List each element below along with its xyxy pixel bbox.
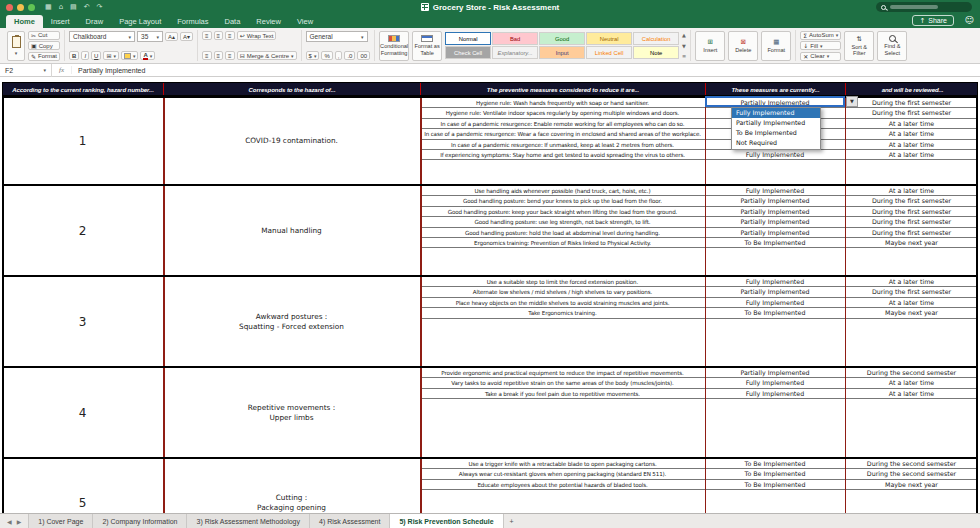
align-bottom-button[interactable]: ≡: [225, 31, 235, 40]
share-button[interactable]: ↑ Share: [912, 15, 954, 26]
measure-cell[interactable]: Take a break if you feel pain due to rep…: [420, 389, 705, 398]
find-select-button[interactable]: Find & Select: [877, 31, 907, 61]
status-cell[interactable]: Fully Implemented: [705, 378, 845, 387]
ribbon-tab-formulas[interactable]: Formulas: [169, 15, 216, 28]
font-color-button[interactable]: A▾: [140, 51, 155, 60]
measure-cell[interactable]: Vary tasks to avoid repetitive strain on…: [420, 378, 705, 387]
review-cell[interactable]: At a later time: [845, 129, 978, 138]
status-cell[interactable]: Fully Implemented: [705, 298, 845, 307]
ribbon-tab-home[interactable]: Home: [6, 15, 43, 28]
comma-format-button[interactable]: ,: [335, 51, 343, 60]
underline-button[interactable]: U: [91, 51, 101, 60]
sheet-tab-2-company-information[interactable]: 2) Company Information: [93, 514, 187, 528]
review-cell[interactable]: During the first semester: [845, 196, 978, 205]
format-as-table-button[interactable]: Format as Table: [412, 31, 442, 61]
percent-format-button[interactable]: %: [321, 51, 332, 60]
delete-cells-button[interactable]: ⊠ Delete: [728, 31, 758, 61]
format-cells-button[interactable]: ▦ Format: [761, 31, 791, 61]
decrease-decimal-button[interactable]: 00: [357, 51, 370, 60]
cell-style-input[interactable]: Input: [539, 46, 585, 59]
status-cell[interactable]: To Be Implemented: [705, 238, 845, 247]
status-cell[interactable]: Partially Implemented: [705, 228, 845, 237]
hazard-name-cell[interactable]: Cutting : Packaging opening: [163, 459, 420, 513]
copy-button[interactable]: ▣Copy: [28, 41, 60, 50]
review-cell[interactable]: Maybe next year: [845, 480, 978, 489]
cell-style-note[interactable]: Note: [633, 46, 679, 59]
status-cell[interactable]: Fully Implemented: [705, 389, 845, 398]
fill-color-button[interactable]: ▾: [121, 51, 139, 60]
measure-cell[interactable]: Use a trigger knife with a retractable b…: [420, 459, 705, 468]
dropdown-option-not-required[interactable]: Not Required: [732, 138, 820, 148]
review-cell[interactable]: Maybe next year: [845, 308, 978, 317]
review-cell[interactable]: At a later time: [845, 140, 978, 149]
review-cell[interactable]: During the first semester: [845, 98, 978, 107]
review-cell[interactable]: Maybe next year: [845, 238, 978, 247]
hazard-name-cell[interactable]: Manual handling: [163, 186, 420, 275]
format-painter-button[interactable]: ✎Format: [28, 52, 60, 61]
ribbon-tab-insert[interactable]: Insert: [43, 15, 78, 28]
italic-button[interactable]: I: [81, 51, 89, 60]
measure-cell[interactable]: Educate employees about the potential ha…: [420, 480, 705, 489]
hazard-number-cell[interactable]: 1: [2, 98, 163, 184]
status-cell[interactable]: Partially Implemented: [705, 368, 845, 377]
review-cell[interactable]: At a later time: [845, 150, 978, 159]
sheet-tab-1-cover-page[interactable]: 1) Cover Page: [29, 514, 93, 528]
apps-grid-icon[interactable]: ▦: [45, 3, 52, 11]
currency-format-button[interactable]: $▾: [306, 51, 320, 60]
review-cell[interactable]: During the first semester: [845, 217, 978, 226]
status-cell[interactable]: Fully Implemented: [705, 186, 845, 195]
review-cell[interactable]: During the first semester: [845, 207, 978, 216]
ribbon-tab-view[interactable]: View: [289, 15, 321, 28]
conditional-formatting-button[interactable]: Conditional Formatting: [379, 31, 409, 61]
measure-cell[interactable]: Hygiene rule: Wash hands frequently with…: [420, 98, 705, 107]
formula-value[interactable]: Partially Implemented: [72, 67, 145, 74]
sheet-nav-right-icon[interactable]: ▶: [17, 518, 22, 525]
sheet-tab-3-risk-assessment-methodology[interactable]: 3) Risk Assessment Methodology: [187, 514, 310, 528]
status-cell[interactable]: Partially Implemented: [705, 207, 845, 216]
hazard-number-cell[interactable]: 2: [2, 186, 163, 275]
measure-cell[interactable]: Good handling posture: bend your knees t…: [420, 196, 705, 205]
hazard-name-cell[interactable]: COVID-19 contamination.: [163, 98, 420, 184]
wrap-text-button[interactable]: ↩Wrap Text: [237, 31, 277, 40]
align-top-button[interactable]: ≡: [202, 31, 212, 40]
sheet-tab-5-risk-prevention-schedule[interactable]: 5) Risk Prevention Schedule: [390, 514, 503, 528]
status-cell[interactable]: Partially Implemented: [705, 217, 845, 226]
review-cell[interactable]: At a later time: [845, 389, 978, 398]
cell-style-bad[interactable]: Bad: [492, 32, 538, 45]
review-cell[interactable]: At a later time: [845, 277, 978, 286]
status-cell[interactable]: Fully Implemented: [705, 150, 845, 159]
undo-icon[interactable]: ↶: [84, 3, 90, 11]
redo-icon[interactable]: ↷: [97, 3, 103, 11]
ribbon-tab-review[interactable]: Review: [248, 15, 289, 28]
merge-center-button[interactable]: ⊟Merge & Centre▾: [237, 51, 297, 60]
cell-style-good[interactable]: Good: [539, 32, 585, 45]
dropdown-option-fully-implemented[interactable]: Fully Implemented: [732, 108, 820, 118]
hazard-name-cell[interactable]: Repetitive movements : Upper limbs: [163, 368, 420, 457]
hazard-number-cell[interactable]: 5: [2, 459, 163, 513]
increase-decimal-button[interactable]: .0: [344, 51, 355, 60]
status-cell[interactable]: Partially Implemented: [705, 196, 845, 205]
review-cell[interactable]: During the first semester: [845, 228, 978, 237]
measure-cell[interactable]: Good handling posture: hold the load at …: [420, 228, 705, 237]
search-box[interactable]: [876, 2, 972, 12]
review-cell[interactable]: At a later time: [845, 378, 978, 387]
hazard-number-cell[interactable]: 3: [2, 277, 163, 366]
cut-button[interactable]: ✂Cut: [28, 31, 60, 40]
zoom-window-button[interactable]: [28, 4, 35, 11]
review-cell[interactable]: During the first semester: [845, 287, 978, 296]
fx-icon[interactable]: fx: [52, 66, 72, 74]
sort-filter-button[interactable]: ⇅ Sort & Filter: [844, 31, 874, 61]
gallery-down-icon[interactable]: ▼: [682, 43, 686, 49]
home-icon[interactable]: ⌂: [59, 3, 63, 11]
status-cell[interactable]: To Be Implemented: [705, 469, 845, 478]
clear-button[interactable]: ✕Clear▾: [800, 52, 841, 61]
measure-cell[interactable]: Always wear cut-resistant gloves when op…: [420, 469, 705, 478]
hazard-number-cell[interactable]: 4: [2, 368, 163, 457]
measure-cell[interactable]: Place heavy objects on the middle shelve…: [420, 298, 705, 307]
align-left-button[interactable]: ≡: [202, 51, 212, 60]
bold-button[interactable]: B: [69, 51, 79, 60]
measure-cell[interactable]: In case of a pandemic resurgence: Enable…: [420, 119, 705, 128]
measure-cell[interactable]: Take Ergonomics training.: [420, 308, 705, 317]
sheet-nav-left-icon[interactable]: ◀: [7, 518, 12, 525]
cell-style-explanatory[interactable]: Explanatory...: [492, 46, 538, 59]
